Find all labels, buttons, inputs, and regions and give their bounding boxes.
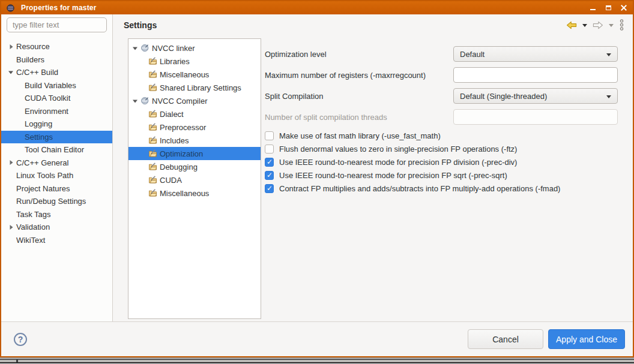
view-menu-button[interactable] — [619, 19, 624, 31]
properties-dialog: Properties for master Settings — [0, 0, 634, 357]
sidebar-item-label: Project Natures — [16, 184, 70, 193]
optimization-level-select[interactable]: Default — [453, 46, 618, 62]
dialog-footer: ? Cancel Apply and Close — [1, 321, 633, 356]
filter-area — [1, 14, 113, 35]
sidebar-item-ccpp-general[interactable]: C/C++ General — [1, 157, 112, 170]
fmad-checkbox[interactable]: ✓ — [265, 184, 274, 193]
category-folder-icon — [148, 110, 157, 118]
sidebar-item-label: C/C++ General — [16, 158, 68, 167]
ftz-row: Flush denormal values to zero in single-… — [265, 142, 618, 155]
category-item-label: NVCC Compiler — [152, 97, 207, 106]
category-item-linker-miscellaneous[interactable]: Miscellaneous — [128, 68, 261, 81]
category-folder-icon — [148, 83, 157, 92]
resize-grip — [16, 360, 18, 362]
category-item-nvcc-compiler[interactable]: NVCC Compiler — [128, 94, 261, 107]
back-button[interactable] — [566, 21, 577, 29]
category-item-shared-library-settings[interactable]: Shared Library Settings — [128, 81, 261, 94]
window-bottom-edge — [0, 359, 634, 363]
category-item-label: Optimization — [160, 149, 203, 158]
checkbox-label: Make use of fast math library (-use_fast… — [279, 131, 441, 140]
apply-and-close-button[interactable]: Apply and Close — [548, 329, 625, 349]
sidebar-item-wikitext[interactable]: WikiText — [1, 234, 112, 247]
category-item-dialect[interactable]: Dialect — [128, 107, 261, 121]
sidebar-item-builders[interactable]: Builders — [1, 53, 112, 67]
sidebar-item-linux-tools-path[interactable]: Linux Tools Path — [1, 169, 112, 182]
category-item-label: NVCC linker — [152, 44, 195, 53]
settings-page: NVCC linker Libraries Miscellaneous Shar… — [113, 35, 633, 321]
category-item-nvcc-linker[interactable]: NVCC linker — [128, 41, 261, 55]
category-item-optimization[interactable]: Optimization — [128, 147, 261, 160]
category-folder-icon — [148, 57, 157, 65]
category-folder-icon — [148, 70, 157, 79]
category-item-label: Shared Library Settings — [160, 83, 241, 92]
sidebar-item-label: Run/Debug Settings — [16, 197, 86, 206]
sidebar-item-cuda-toolkit[interactable]: CUDA Toolkit — [1, 92, 112, 105]
sidebar-item-logging[interactable]: Logging — [1, 118, 112, 131]
sidebar-item-task-tags[interactable]: Task Tags — [1, 208, 112, 221]
category-folder-icon — [148, 163, 157, 171]
prec-div-checkbox[interactable]: ✓ — [265, 158, 274, 167]
window-icon — [7, 4, 14, 12]
sidebar-item-label: Validation — [16, 222, 50, 231]
back-icon — [566, 21, 577, 29]
sidebar-item-resource[interactable]: Resource — [1, 40, 112, 53]
maximize-button[interactable] — [605, 1, 612, 14]
category-folder-icon — [148, 189, 157, 197]
fast-math-checkbox[interactable] — [265, 131, 274, 140]
expander-icon[interactable] — [133, 98, 140, 104]
category-item-debugging[interactable]: Debugging — [128, 160, 261, 173]
expander-icon[interactable] — [8, 70, 16, 75]
page-title: Settings — [124, 20, 157, 30]
forward-icon — [593, 21, 603, 29]
expander-icon[interactable] — [133, 46, 140, 51]
category-item-includes[interactable]: Includes — [128, 134, 261, 147]
sidebar-item-validation[interactable]: Validation — [1, 221, 112, 234]
sidebar-item-run-debug-settings[interactable]: Run/Debug Settings — [1, 195, 112, 208]
checkmark-icon: ✓ — [267, 158, 273, 167]
ftz-checkbox[interactable] — [265, 145, 274, 154]
optimization-level-label: Optimization level — [265, 50, 453, 59]
sidebar-item-label: Build Variables — [25, 81, 76, 90]
prec-sqrt-checkbox[interactable]: ✓ — [265, 171, 274, 180]
category-folder-icon — [148, 176, 157, 184]
category-item-libraries[interactable]: Libraries — [128, 55, 261, 68]
sidebar-item-build-variables[interactable]: Build Variables — [1, 79, 112, 92]
forward-history-dropdown[interactable] — [609, 22, 614, 28]
forward-button[interactable] — [593, 21, 603, 29]
titlebar[interactable]: Properties for master — [1, 1, 633, 14]
sidebar-item-settings[interactable]: Settings — [1, 131, 112, 144]
sidebar-item-label: CUDA Toolkit — [25, 94, 70, 103]
category-item-label: Miscellaneous — [160, 189, 209, 198]
max-registers-input[interactable] — [453, 67, 618, 83]
category-folder-icon — [148, 149, 157, 158]
filter-input[interactable] — [7, 17, 107, 32]
prec-div-row: ✓ Use IEEE round-to-nearest mode for pre… — [265, 155, 618, 169]
minimize-button[interactable] — [589, 1, 596, 14]
category-item-label: Includes — [160, 136, 189, 145]
sidebar-item-ccpp-build[interactable]: C/C++ Build — [1, 66, 112, 79]
sidebar-item-label: Tool Chain Editor — [25, 145, 84, 154]
cancel-button[interactable]: Cancel — [468, 329, 543, 349]
category-item-compiler-miscellaneous[interactable]: Miscellaneous — [128, 186, 261, 200]
split-compilation-select[interactable]: Default (Single-threaded) — [453, 88, 618, 104]
expander-icon[interactable] — [8, 160, 16, 165]
sidebar-item-label: WikiText — [16, 236, 45, 245]
checkmark-icon: ✓ — [267, 184, 273, 193]
category-item-cuda[interactable]: CUDA — [128, 173, 261, 186]
sidebar-item-environment[interactable]: Environment — [1, 105, 112, 118]
category-item-preprocessor[interactable]: Preprocessor — [128, 121, 261, 134]
expander-icon[interactable] — [8, 44, 16, 49]
sidebar-item-project-natures[interactable]: Project Natures — [1, 182, 112, 195]
properties-nav-tree: Resource Builders C/C++ Build Build Vari… — [1, 35, 113, 321]
chevron-down-icon — [582, 24, 587, 29]
back-history-dropdown[interactable] — [582, 22, 587, 28]
sidebar-item-label: Builders — [16, 55, 44, 64]
help-button[interactable]: ? — [14, 333, 27, 346]
sidebar-item-label: C/C++ Build — [16, 68, 58, 77]
chevron-down-icon — [606, 95, 611, 101]
close-button[interactable] — [620, 1, 627, 14]
optimization-options-form: Optimization level Default Maximum numbe… — [265, 46, 618, 195]
expander-icon[interactable] — [8, 225, 16, 230]
sidebar-item-label: Linux Tools Path — [16, 171, 73, 180]
sidebar-item-tool-chain-editor[interactable]: Tool Chain Editor — [1, 143, 112, 157]
